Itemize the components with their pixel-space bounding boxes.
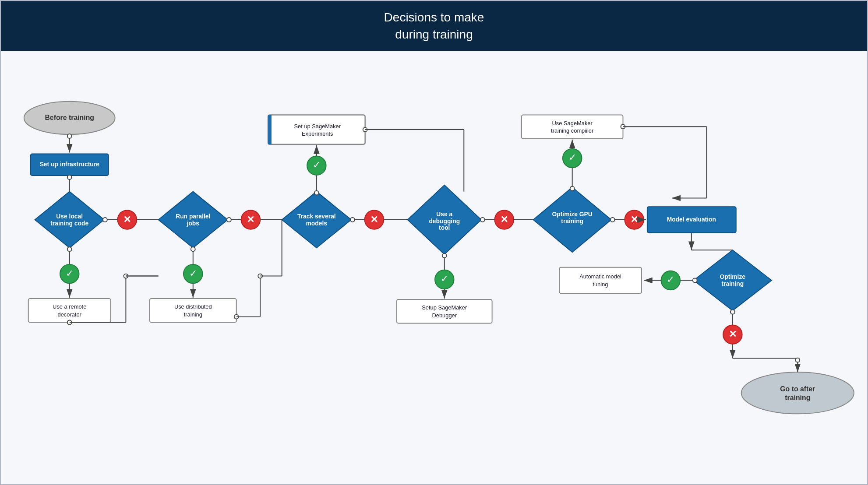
diamond-opt-train-label-2: training [721,280,744,287]
x-icon-d1: ✕ [123,214,131,225]
auto-tuning-label-1: Automatic model [579,273,621,280]
header-title: Decisions to makeduring training [384,11,484,41]
distributed-label-1: Use distributed [174,304,212,310]
connector-5 [103,218,107,222]
diamond-local-label-1: Use local [56,213,83,220]
sagemaker-experiments-label-2: Experiments [302,131,333,137]
check-icon-d4: ✓ [441,274,448,285]
diamond-opt-train-label-1: Optimize [720,274,746,281]
x-icon-d6: ✕ [729,329,737,340]
page-header: Decisions to makeduring training [1,1,867,51]
connector-19 [795,358,800,362]
debugger-label-2: Debugger [432,312,457,319]
sagemaker-experiments-box[interactable] [268,115,365,144]
connector-17 [693,278,697,283]
x-icon-d3: ✕ [370,214,378,225]
debugger-label-1: Setup SageMaker [422,305,467,311]
distributed-training-box[interactable] [150,299,236,322]
connector-13 [480,218,485,222]
go-after-label-1: Go to after [780,385,815,393]
x-icon-d5: ✕ [630,214,638,225]
connector-8 [227,218,231,222]
connector-1 [67,134,72,138]
diamond-debug-label-2: debugging [429,218,460,225]
distributed-label-2: training [184,311,202,318]
connector-11 [350,218,355,222]
x-icon-d4: ✕ [500,214,508,225]
connector-6 [191,247,195,252]
sagemaker-experiments-label-1: Set up SageMaker [294,123,341,130]
compiler-label-2: training compiiler [551,128,594,134]
connector-2 [67,175,72,179]
diamond-track-label-2: models [306,220,328,227]
check-icon-d1: ✓ [66,268,74,279]
sagemaker-experiments-border [268,115,272,144]
diamond-debug-label-1: Use a [436,211,452,218]
diamond-gpu-label-2: training [561,218,583,225]
check-icon-d6: ✓ [667,274,674,285]
diamond-debug-label-3: tool [439,225,450,232]
diagram-area: Before training Set up infrastructure Us… [1,51,867,484]
diamond-parallel-label-1: Run parallel [176,213,210,220]
check-icon-d2: ✓ [189,268,197,279]
connector-16 [610,218,615,222]
debugger-box[interactable] [397,299,492,323]
check-icon-d5: ✓ [568,152,576,163]
connector-12 [442,254,447,258]
model-evaluation-label: Model evaluation [667,216,716,223]
auto-tuning-box[interactable] [559,267,642,293]
diamond-local-label-2: training code [50,220,88,227]
connector-14 [570,186,575,191]
remote-decorator-label-2: decorator [58,311,82,318]
before-training-label: Before training [45,114,94,121]
remote-decorator-box[interactable] [28,299,111,322]
connector-18 [730,310,735,314]
check-icon-d3: ✓ [313,160,321,171]
diamond-gpu-label-1: Optimize GPU [552,211,593,218]
x-icon-d2: ✕ [247,214,254,225]
connector-9 [314,191,319,195]
connector-3 [67,247,72,252]
diamond-track-label-1: Track several [297,213,336,220]
page-wrapper: Decisions to makeduring training Before … [0,0,868,485]
go-after-training-pill[interactable] [741,373,854,414]
sagemaker-compiler-box[interactable] [522,115,623,139]
go-after-label-2: training [785,394,810,401]
compiler-label-1: Use SageMaker [552,120,593,127]
diamond-parallel-label-2: jobs [187,220,200,227]
set-up-infra-label: Set up infrastructure [40,161,99,168]
auto-tuning-label-2: tuning [593,281,608,288]
remote-decorator-label-1: Use a remote [53,304,86,310]
